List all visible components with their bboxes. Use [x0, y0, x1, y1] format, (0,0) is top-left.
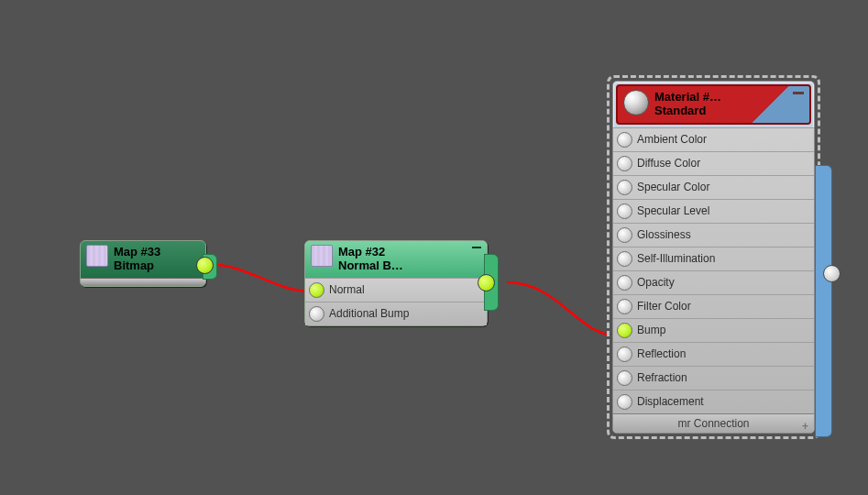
material-preview-sphere — [623, 90, 649, 116]
footer-section[interactable]: mr Connection + — [613, 413, 814, 433]
collapse-icon[interactable] — [793, 92, 804, 94]
input-socket[interactable] — [309, 282, 324, 298]
output-socket[interactable] — [823, 265, 841, 282]
material-slot[interactable]: Bump — [613, 318, 814, 342]
material-title: Material #… — [654, 90, 721, 104]
slot-label: Specular Color — [637, 181, 709, 193]
material-slot[interactable]: Opacity — [613, 270, 814, 294]
node-title: Map #32 — [338, 245, 403, 258]
node-title: Map #33 — [114, 245, 160, 258]
input-socket[interactable] — [617, 323, 632, 338]
input-socket[interactable] — [617, 180, 632, 195]
material-node[interactable]: Material #… Standard Ambient ColorDiffus… — [607, 75, 820, 439]
material-slot[interactable]: Filter Color — [613, 294, 814, 318]
normal-bump-node[interactable]: Map #32 Normal B… Normal Additional Bump — [304, 240, 488, 326]
material-slot[interactable]: Reflection — [613, 342, 814, 366]
slot-label: Opacity — [637, 276, 675, 289]
material-slot[interactable]: Diffuse Color — [613, 151, 814, 175]
input-socket[interactable] — [617, 299, 632, 314]
node-type: Normal B… — [338, 258, 403, 272]
slot-label: Self-Illumination — [637, 252, 715, 265]
material-slot[interactable]: Refraction — [613, 366, 814, 390]
material-slot[interactable]: Specular Color — [613, 175, 814, 199]
footer-label: mr Connection — [677, 417, 749, 430]
slot-label: Additional Bump — [329, 307, 409, 320]
node-thumbnail — [86, 245, 108, 267]
slot-label: Refraction — [637, 371, 687, 384]
input-slot-normal[interactable]: Normal — [305, 278, 487, 302]
material-slot[interactable]: Glossiness — [613, 223, 814, 247]
slot-label: Glossiness — [637, 228, 691, 241]
node-thumbnail — [311, 245, 333, 267]
material-slot[interactable]: Self-Illumination — [613, 247, 814, 270]
input-socket[interactable] — [617, 346, 632, 362]
output-socket[interactable] — [478, 274, 495, 292]
output-tab[interactable] — [815, 165, 832, 437]
input-socket[interactable] — [617, 204, 632, 219]
slot-label: Specular Level — [637, 204, 709, 217]
collapse-icon[interactable] — [472, 247, 481, 248]
node-type: Bitmap — [114, 258, 160, 272]
input-socket[interactable] — [617, 156, 632, 171]
slot-label: Diffuse Color — [637, 157, 700, 170]
input-socket[interactable] — [617, 227, 632, 243]
input-slot-additional-bump[interactable]: Additional Bump — [305, 302, 487, 325]
slot-label: Normal — [329, 283, 365, 296]
input-socket[interactable] — [617, 132, 632, 148]
slot-label: Ambient Color — [637, 133, 707, 146]
output-socket[interactable] — [196, 257, 214, 274]
slot-label: Displacement — [637, 395, 704, 408]
bitmap-node[interactable]: Map #33 Bitmap — [80, 240, 206, 287]
input-socket[interactable] — [309, 306, 324, 322]
material-slot[interactable]: Specular Level — [613, 199, 814, 223]
input-socket[interactable] — [617, 275, 632, 291]
material-slot[interactable]: Displacement — [613, 390, 814, 413]
slot-label: Bump — [637, 324, 665, 336]
material-slot[interactable]: Ambient Color — [613, 127, 814, 151]
input-socket[interactable] — [617, 370, 632, 386]
input-socket[interactable] — [617, 394, 632, 410]
material-type: Standard — [654, 104, 721, 117]
material-header[interactable]: Material #… Standard — [616, 84, 811, 125]
slot-label: Filter Color — [637, 300, 691, 313]
slot-label: Reflection — [637, 347, 686, 360]
expand-icon[interactable]: + — [802, 417, 808, 435]
input-socket[interactable] — [617, 251, 632, 267]
